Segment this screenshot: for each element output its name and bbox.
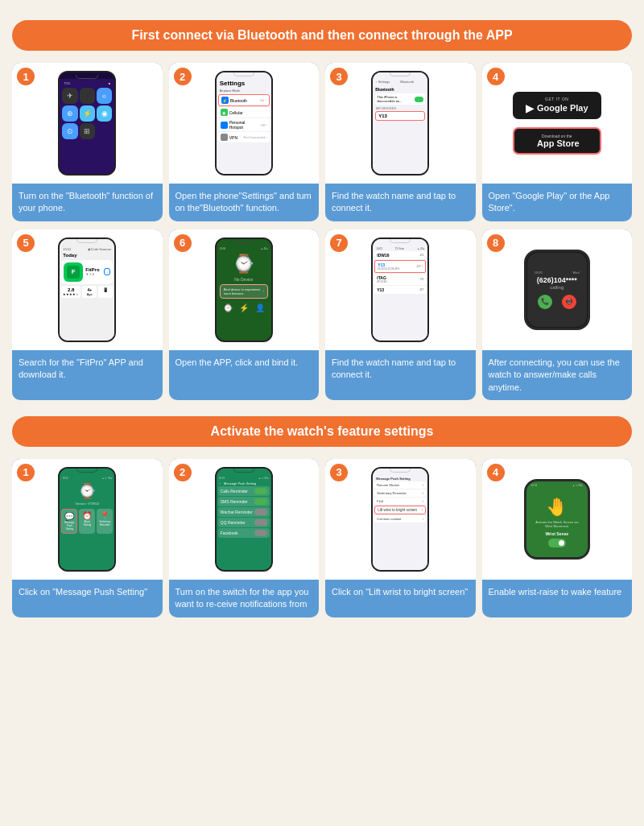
step5-image-area: 5 13:51◉ Code Scanner Today F xyxy=(12,229,163,350)
step-card-1: 1 75%■ ✈ ⌾ xyxy=(12,63,163,221)
step2-card-3: 3 Message Push Setting Remote Shutter › … xyxy=(325,459,476,617)
phone-mockup-step5: 13:51◉ Code Scanner Today F FitPro ▼ 2.8 xyxy=(58,237,116,342)
phone-mockup-step3: ‹ SettingsBluetooth Bluetooth This iPhon… xyxy=(371,71,429,176)
step6-text: Open the APP, click and bind it. xyxy=(169,350,320,375)
step2-image-area: 2 Settings Airplane Mode ⚡ Bluetooth On … xyxy=(169,63,320,184)
answer-button[interactable]: 📞 xyxy=(538,295,552,309)
step3-image-area: 3 ‹ SettingsBluetooth Bluetooth This iPh… xyxy=(325,63,476,184)
watch-mockup-step8: 10:00 Wed (626)104**** calling 📞 📵 xyxy=(524,250,590,330)
step-card-2: 2 Settings Airplane Mode ⚡ Bluetooth On … xyxy=(169,63,320,221)
step-card-3: 3 ‹ SettingsBluetooth Bluetooth This iPh… xyxy=(325,63,476,221)
steps-row1: 1 75%■ ✈ ⌾ xyxy=(12,63,632,221)
phone-mockup-step7: 14:63TS Scan▲ 40● IDW16 -21 Y13 21:22:51… xyxy=(371,237,429,342)
watch-caller-display: (626)104**** xyxy=(537,276,577,284)
step4-image-area: 4 GET IT ON ▶ Google Play Download on th… xyxy=(482,63,633,184)
calling-text: calling xyxy=(550,285,564,290)
step2-card-1: 1 18:22▲ ⊙ 99● ⌚ Version: VT9653 💬 xyxy=(12,459,163,617)
wrist-sense-label: Wrist Sense xyxy=(545,531,568,536)
step2-2-image-area: 2 18:22▲ ⊙ 60● ‹ Message Push Setting Ca… xyxy=(169,459,320,580)
step8-number: 8 xyxy=(487,234,505,252)
step2-2-number: 2 xyxy=(174,464,192,481)
step2-3-number: 3 xyxy=(330,464,348,481)
step2-card-4: 4 18:33▲ ⊙ 99● 🤚 Activate the Watch Scre… xyxy=(482,459,633,617)
step8-text: After connecting, you can use the watch … xyxy=(482,350,633,400)
step2-4-number: 4 xyxy=(487,464,505,481)
phone-mockup-step6: 14:64▲ 40● ⌚ No Device Bind device to ex… xyxy=(215,237,273,342)
step5-text: Search for the "FitPro" APP and download… xyxy=(12,350,163,388)
steps-row3: 1 18:22▲ ⊙ 99● ⌚ Version: VT9653 💬 xyxy=(12,459,632,617)
step1-number: 1 xyxy=(17,68,35,85)
step2-1-image-area: 1 18:22▲ ⊙ 99● ⌚ Version: VT9653 💬 xyxy=(12,459,163,580)
step7-image-area: 7 14:63TS Scan▲ 40● IDW16 -21 xyxy=(325,229,476,350)
step2-2-text: Turn on the switch for the app you want … xyxy=(169,580,320,617)
step6-number: 6 xyxy=(174,234,192,252)
step3-text: Find the watch name and tap to connect i… xyxy=(325,184,476,221)
step7-number: 7 xyxy=(330,234,348,252)
gp-label2: Google Play xyxy=(537,103,588,113)
step7-text: Find the watch name and tap to connect i… xyxy=(325,350,476,388)
phone-mockup-step1: 75%■ ✈ ⌾ ⊛ ⚡ ◉ ⊙ ⊞ xyxy=(58,71,116,176)
step5-number: 5 xyxy=(17,234,35,252)
step2-text: Open the phone"Settings" and tum on the"… xyxy=(169,184,320,221)
steps-row2: 5 13:51◉ Code Scanner Today F xyxy=(12,229,632,400)
step8-image-area: 8 10:00 Wed (626)104**** calling 📞 📵 xyxy=(482,229,633,350)
step2-card-2: 2 18:22▲ ⊙ 60● ‹ Message Push Setting Ca… xyxy=(169,459,320,617)
step1-image-area: 1 75%■ ✈ ⌾ xyxy=(12,63,163,184)
section2-title-text: Activate the watch's feature settings xyxy=(211,424,434,438)
step-card-7: 7 14:63TS Scan▲ 40● IDW16 -21 xyxy=(325,229,476,400)
step-card-6: 6 14:64▲ 40● ⌚ No Device Bind device to … xyxy=(169,229,320,400)
step2-4-text: Enable wrist-raise to wake feature xyxy=(482,580,633,605)
as-label2: App Store xyxy=(537,138,580,148)
step2-3-image-area: 3 Message Push Setting Remote Shutter › … xyxy=(325,459,476,580)
watch-mockup-s2-4: 18:33▲ ⊙ 99● 🤚 Activate the Watch Screen… xyxy=(524,479,590,560)
step2-3-text: Click on "Lift wrist to bright screen" xyxy=(325,580,476,605)
step2-1-number: 1 xyxy=(17,464,35,481)
step2-number: 2 xyxy=(174,68,192,85)
app-store-button[interactable]: Download on the App Store xyxy=(513,127,601,155)
step-card-5: 5 13:51◉ Code Scanner Today F xyxy=(12,229,163,400)
lift-wrist-option: Lift wrist to bright screen xyxy=(378,508,417,512)
section1-title-banner: First connect via Bluetooth and then con… xyxy=(12,20,632,51)
phone-mockup-s2-2: 18:22▲ ⊙ 60● ‹ Message Push Setting Call… xyxy=(215,467,273,572)
step4-number: 4 xyxy=(487,68,505,85)
step1-text: Turn on the "Bluetooth" function of your… xyxy=(12,184,163,221)
phone-mockup-s2-3: Message Push Setting Remote Shutter › Se… xyxy=(371,467,429,572)
phone-mockup-step2: Settings Airplane Mode ⚡ Bluetooth On › … xyxy=(215,71,273,176)
step-card-4: 4 GET IT ON ▶ Google Play Download on th… xyxy=(482,63,633,221)
step4-text: Open "Google Play" or the App Store". xyxy=(482,184,633,221)
step6-image-area: 6 14:64▲ 40● ⌚ No Device Bind device to … xyxy=(169,229,320,350)
step3-number: 3 xyxy=(330,68,348,85)
step-card-8: 8 10:00 Wed (626)104**** calling 📞 📵 xyxy=(482,229,633,400)
google-play-button[interactable]: GET IT ON ▶ Google Play xyxy=(513,92,601,119)
section2-title-banner: Activate the watch's feature settings xyxy=(12,416,632,447)
phone-mockup-s2-1: 18:22▲ ⊙ 99● ⌚ Version: VT9653 💬 Message… xyxy=(58,467,116,572)
step2-4-image-area: 4 18:33▲ ⊙ 99● 🤚 Activate the Watch Scre… xyxy=(482,459,633,580)
section1-title-text: First connect via Bluetooth and then con… xyxy=(131,28,512,42)
decline-button[interactable]: 📵 xyxy=(562,295,576,309)
step2-1-text: Click on "Message Push Setting" xyxy=(12,580,163,605)
